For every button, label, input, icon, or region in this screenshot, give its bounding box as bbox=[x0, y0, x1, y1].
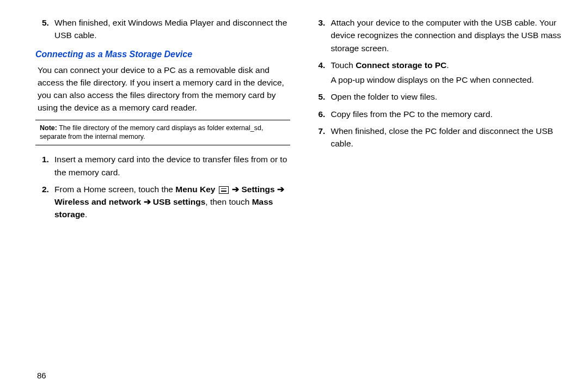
arrow-icon: ➔ bbox=[275, 185, 284, 194]
list-text: Open the folder to view files. bbox=[331, 90, 567, 103]
list-number: 5. bbox=[312, 90, 331, 103]
list-number: 4. bbox=[312, 59, 331, 87]
left-column: 5. When finished, exit Windows Media Pla… bbox=[35, 16, 290, 225]
text-span: . bbox=[85, 210, 87, 219]
text-span: Touch bbox=[331, 60, 356, 70]
step-5: 5. Open the folder to view files. bbox=[312, 90, 567, 103]
intro-paragraph: You can connect your device to a PC as a… bbox=[35, 64, 290, 114]
list-text: When finished, exit Windows Media Player… bbox=[54, 16, 290, 42]
wireless-label: Wireless and network bbox=[54, 197, 141, 206]
list-text: Copy files from the PC to the memory car… bbox=[331, 108, 567, 120]
step-2: 2. From a Home screen, touch the Menu Ke… bbox=[35, 183, 290, 221]
settings-label: Settings bbox=[241, 185, 274, 194]
list-number: 1. bbox=[35, 153, 54, 179]
list-number: 2. bbox=[35, 183, 54, 221]
list-text: From a Home screen, touch the Menu Key ➔… bbox=[54, 183, 290, 221]
usb-settings-label: USB settings bbox=[153, 197, 205, 206]
list-text: Attach your device to the computer with … bbox=[331, 16, 567, 54]
manual-page: 5. When finished, exit Windows Media Pla… bbox=[0, 0, 588, 236]
step-1: 1. Insert a memory card into the device … bbox=[35, 153, 290, 179]
right-column: 3. Attach your device to the computer wi… bbox=[312, 16, 567, 225]
list-text: When finished, close the PC folder and d… bbox=[331, 125, 567, 150]
step-4: 4. Touch Connect storage to PC. A pop-up… bbox=[312, 59, 567, 87]
text-span: From a Home screen, touch the bbox=[54, 185, 175, 194]
connect-storage-label: Connect storage to PC bbox=[356, 60, 446, 70]
note-label: Note: bbox=[40, 124, 57, 132]
menu-key-label: Menu Key bbox=[175, 185, 215, 194]
section-heading: Connecting as a Mass Storage Device bbox=[35, 50, 290, 59]
text-span: A pop-up window displays on the PC when … bbox=[331, 75, 534, 84]
text-span: . bbox=[446, 60, 449, 70]
step-3: 3. Attach your device to the computer wi… bbox=[312, 16, 567, 54]
note-box: Note: The file directory of the memory c… bbox=[35, 120, 290, 146]
arrow-icon: ➔ bbox=[230, 185, 242, 194]
note-text: The file directory of the memory card di… bbox=[40, 124, 263, 141]
arrow-icon: ➔ bbox=[141, 197, 153, 206]
page-number: 86 bbox=[37, 371, 46, 380]
list-number: 7. bbox=[312, 125, 331, 150]
step-7: 7. When finished, close the PC folder an… bbox=[312, 125, 567, 150]
menu-key-icon bbox=[219, 186, 229, 194]
list-number: 6. bbox=[312, 108, 331, 120]
step-6: 6. Copy files from the PC to the memory … bbox=[312, 108, 567, 120]
list-text: Insert a memory card into the device to … bbox=[54, 153, 290, 179]
list-number: 5. bbox=[35, 16, 54, 42]
step-5-prev: 5. When finished, exit Windows Media Pla… bbox=[35, 16, 290, 42]
list-number: 3. bbox=[312, 16, 331, 54]
text-span: , then touch bbox=[205, 197, 252, 206]
list-text: Touch Connect storage to PC. A pop-up wi… bbox=[331, 59, 567, 87]
